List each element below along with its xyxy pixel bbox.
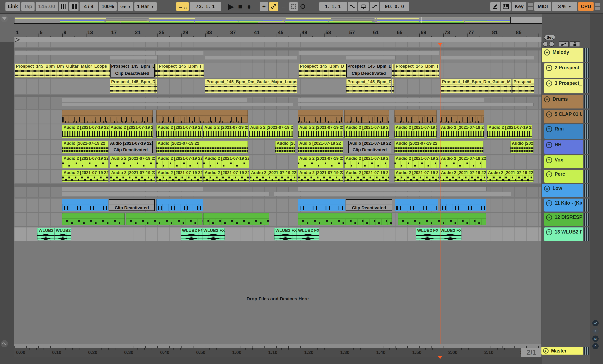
track-lane-Perc[interactable]: Audio 2 [2021-07-19 22Audio 2 [2021-07-1…	[14, 170, 541, 183]
arrangement-clip[interactable]	[298, 110, 343, 123]
arrangement-clip[interactable]	[440, 199, 487, 211]
arrangement-clip[interactable]: Audio 2 [2021-07-19 22	[156, 170, 203, 182]
session-record-button[interactable]	[299, 2, 307, 11]
metronome-button[interactable]: ○● ▼	[118, 2, 134, 11]
song-start-marker-icon[interactable]	[14, 37, 21, 42]
arrangement-clip[interactable]: Audio 2 [2021-07-19 22	[344, 156, 389, 168]
browser-toggle[interactable]	[1, 15, 8, 22]
arrangement-clip[interactable]	[440, 110, 484, 123]
rail-button-I-O[interactable]: I-O	[592, 320, 599, 326]
loop-length-field[interactable]: 90. 0. 0	[380, 2, 409, 11]
arrangement-clip[interactable]: Audio [2021-07-19 22	[156, 141, 248, 153]
punch-out-button[interactable]	[370, 2, 379, 11]
arrangement-clip[interactable]: Prospect_145_Bpm_Dm_Guitar_Major_Loops	[15, 64, 110, 78]
arrangement-clip[interactable]: Audio 2 [2021-07-19 22	[298, 156, 343, 168]
arrangement-clip[interactable]: P	[392, 79, 394, 93]
arrangement-clip[interactable]	[126, 213, 203, 225]
track-lane-5 CLAP 01 U[interactable]	[14, 110, 541, 124]
arrangement-clip[interactable]: Audio 2 [2021-07-19 22	[203, 156, 249, 168]
group-summary-clip[interactable]	[298, 103, 534, 106]
arrangement-clip[interactable]: Prospect_145_Bpm_D	[299, 64, 346, 78]
arrangement-clip[interactable]: Audio 2 [2021-07-19 22	[394, 125, 437, 138]
scrub-area[interactable]	[14, 37, 541, 42]
overdub-button[interactable]: +	[260, 2, 268, 11]
arrangement-clip[interactable]: Audio 2 [2021-07-19 22	[249, 125, 293, 138]
time-signature-field[interactable]: 4 / 4	[80, 2, 98, 11]
track-lane-13 WLUB2 FX[interactable]: WLUB2 FX (WLUB2 FXWLUB2 FX (WLUB2 FXWLUB…	[14, 227, 541, 241]
arrangement-clip[interactable]: WLUB2 FX (	[274, 228, 297, 240]
deactivated-clip[interactable]: Prospect_145_Bpm_DClip Deactivated	[110, 64, 155, 78]
arrangement-clip[interactable]: Prospect_145_Bpm_(	[394, 64, 439, 78]
track-header-Drums[interactable]: ≡Drums	[542, 95, 583, 108]
arrangement-clip[interactable]	[62, 110, 152, 123]
track-header-Perc[interactable]: ▼Perc	[544, 170, 583, 183]
arrangement-clip[interactable]: Prospect_145_Bpm_D	[110, 79, 155, 93]
track-lane-Rim[interactable]: Audio 2 [2021-07-19 22Audio 2 [2021-07-1…	[14, 124, 541, 139]
arrangement-clip[interactable]: Audio 2 [2021-07-19 22	[156, 156, 203, 168]
track-unfold-icon[interactable]: ▼	[546, 200, 552, 206]
midi-map-button[interactable]: MIDI	[534, 2, 551, 11]
track-lane-HH[interactable]: Audio [2021-07-19 22Audio [2021-07-19 22…	[14, 140, 541, 154]
arrangement-clip[interactable]	[156, 199, 203, 211]
arrangement-clip[interactable]: Audio [2021-07-19 22	[275, 141, 295, 153]
track-unfold-icon[interactable]: ▼	[546, 65, 552, 71]
arrangement-clip[interactable]: Audio 2 [2021-07-19 22	[110, 156, 155, 168]
arrangement-clip[interactable]: Prospect_145_Bpm_Dm_Guitar_M	[441, 79, 511, 93]
track-header-2 Prospect_[interactable]: ▼2 Prospect_	[544, 63, 583, 78]
track-unfold-icon[interactable]: ▼	[546, 126, 552, 132]
group-summary-clip[interactable]	[274, 192, 511, 196]
prev-locator-button[interactable]: ←	[543, 41, 548, 47]
arrangement-clip[interactable]: Audio 2 [2021-07-19 22	[62, 125, 109, 138]
track-header-5 CLAP 01 U[interactable]: ▼5 CLAP 01 U	[544, 110, 583, 123]
arrangement-clip[interactable]: Audio 2 [2021-07-19 22	[487, 125, 532, 138]
track-lane-3 Prospect_[interactable]: Prospect_145_Bpm_DPProspect_145_Bpm_Dm_G…	[14, 79, 541, 94]
deactivated-clip[interactable]: Audio [2021-07-19 22Clip Deactivated	[109, 141, 152, 153]
key-map-button[interactable]: Key	[512, 2, 526, 11]
arrangement-clip[interactable]: Audio [2021-07-19 22	[62, 141, 108, 153]
arrangement-clip[interactable]	[298, 199, 345, 211]
lock-envelopes-button[interactable]	[570, 41, 580, 47]
link-button[interactable]: Link	[5, 2, 20, 11]
arrangement-clip[interactable]: Prospect_145_Bpm_(	[157, 64, 204, 78]
arrangement-clip[interactable]: WLUB2 FX (	[416, 228, 439, 240]
arrangement-clip[interactable]: Audio 2 [2021-07-19 22	[394, 170, 439, 182]
group-summary-clip[interactable]	[62, 98, 248, 102]
stop-button[interactable]: ■	[237, 2, 244, 11]
track-header-HH[interactable]: ▼HH	[544, 140, 583, 154]
track-header-Rim[interactable]: ▼Rim	[544, 124, 583, 139]
arrangement-clip[interactable]: Audio [2021-07-19 22	[394, 141, 483, 153]
rail-button-D[interactable]: D	[592, 343, 599, 349]
re-enable-automation-button[interactable]: ←	[279, 2, 288, 11]
track-lane-Melody[interactable]	[14, 48, 541, 63]
group-summary-clip[interactable]	[62, 103, 293, 106]
arrangement-clip[interactable]	[62, 199, 108, 211]
track-lane-11 Kilo - (Kic[interactable]: Clip DeactivatedClip Deactivated	[14, 199, 541, 212]
follow-button[interactable]: →‥	[176, 2, 189, 11]
track-unfold-icon[interactable]: ▼	[546, 142, 552, 148]
group-summary-clip[interactable]	[298, 187, 487, 191]
marker-strip[interactable]	[14, 42, 541, 47]
arrangement-clip[interactable]: Audio 2 [2021-07-19 22	[440, 156, 487, 168]
time-ruler[interactable]: 0:000:100:200:300:400:501:001:101:201:30…	[14, 348, 521, 357]
next-locator-button[interactable]: →	[549, 41, 554, 47]
arrangement-position-field[interactable]: 73. 1. 1	[190, 2, 221, 11]
arrangement-clip[interactable]: WLUB2 FX	[439, 228, 462, 240]
arrangement-clip[interactable]: Audio 2 [2021-07-19 22	[298, 170, 343, 182]
arrangement-clip[interactable]: Audio [2021-07-19 22	[510, 141, 533, 153]
arrangement-clip[interactable]: Audio 2 [2021-07-19 22	[110, 170, 155, 182]
group-summary-clip[interactable]	[15, 51, 155, 55]
arrangement-clip[interactable]: Audio [2021-07-19 22	[298, 141, 343, 153]
group-summary-clip[interactable]	[156, 51, 204, 55]
arrangement-clip[interactable]: Audio 2 [2021-07-19 22	[203, 125, 248, 138]
play-button[interactable]: ▶	[227, 2, 235, 11]
arrangement-clip[interactable]: WLUB2 FX	[297, 228, 319, 240]
arrangement-clip[interactable]: Audio 2 [2021-07-19 22	[298, 125, 343, 138]
track-lane-Vox[interactable]: Audio 2 [2021-07-19 22Audio 2 [2021-07-1…	[14, 155, 541, 169]
group-summary-clip[interactable]	[298, 98, 485, 102]
cpu-load-meter[interactable]: 3 % ▼	[552, 2, 577, 11]
quantize-menu[interactable]: 1 Bar ▼	[134, 2, 156, 11]
group-summary-clip[interactable]	[441, 56, 534, 59]
group-fold-icon[interactable]: ≡	[544, 186, 550, 192]
capture-midi-button[interactable]	[289, 2, 298, 11]
rail-button-M[interactable]: M	[592, 336, 599, 342]
